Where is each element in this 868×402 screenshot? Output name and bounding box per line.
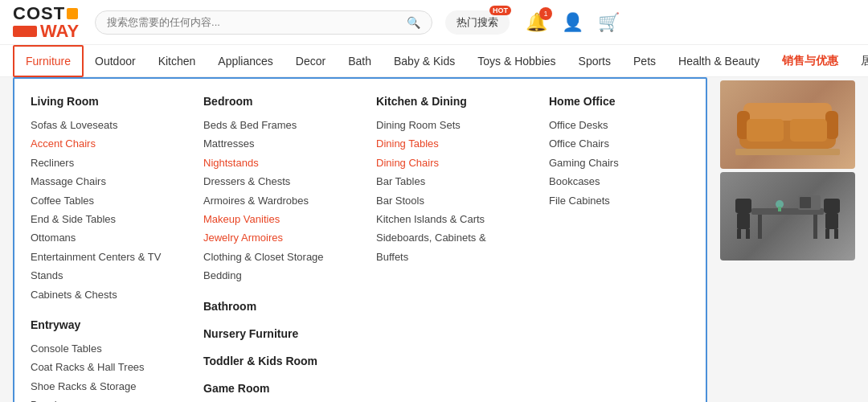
nav-item-health-beauty[interactable]: Health & Beauty [667, 45, 771, 77]
item-sideboards[interactable]: Sideboards, Cabinets & Buffets [376, 228, 517, 266]
item-bar-tables[interactable]: Bar Tables [376, 172, 517, 191]
item-dining-chairs[interactable]: Dining Chairs [376, 154, 517, 172]
svg-rect-19 [800, 197, 811, 208]
game-room-title: Game Room [203, 382, 344, 395]
item-bar-stools[interactable]: Bar Stools [376, 191, 517, 210]
nav-item-sale[interactable]: 销售与优惠 [771, 45, 850, 77]
svg-rect-10 [735, 199, 751, 213]
item-clothing-storage[interactable]: Clothing & Closet Storage [203, 248, 344, 266]
search-icon: 🔍 [407, 16, 420, 29]
hot-search-button[interactable]: 热门搜索 HOT [445, 10, 510, 35]
svg-rect-13 [746, 229, 750, 239]
svg-rect-17 [834, 229, 838, 239]
nav-item-bath[interactable]: Bath [337, 45, 383, 77]
item-shoe-racks[interactable]: Shoe Racks & Storage Benches [31, 377, 171, 402]
item-accent-chairs[interactable]: Accent Chairs [31, 134, 171, 153]
home-office-title: Home Office [549, 95, 690, 108]
svg-rect-11 [737, 213, 750, 229]
item-beds[interactable]: Beds & Bed Frames [203, 116, 344, 134]
dining-image [720, 172, 855, 260]
svg-rect-16 [825, 229, 829, 239]
nav-item-outdoor[interactable]: Outdoor [84, 45, 147, 77]
nav-item-decor[interactable]: Decor [285, 45, 337, 77]
item-office-desks[interactable]: Office Desks [549, 116, 690, 134]
nav-item-toys-hobbies[interactable]: Toys & Hobbies [466, 45, 567, 77]
col-living-room: Living Room Sofas & Loveseats Accent Cha… [31, 95, 171, 402]
cart-icon[interactable]: 🛒 [598, 12, 620, 33]
item-entertainment[interactable]: Entertainment Centers & TV Stands [31, 248, 171, 285]
svg-rect-6 [790, 119, 827, 142]
svg-rect-15 [825, 213, 838, 229]
nav-item-appliances[interactable]: Appliances [207, 45, 285, 77]
item-mattresses[interactable]: Mattresses [203, 134, 344, 153]
item-office-chairs[interactable]: Office Chairs [549, 134, 690, 153]
search-input[interactable] [107, 16, 407, 28]
svg-rect-9 [813, 215, 817, 239]
col-kitchen-dining: Kitchen & Dining Dining Room Sets Dining… [376, 95, 517, 402]
item-nightstands[interactable]: Nightstands [203, 154, 344, 172]
nav-item-kitchen[interactable]: Kitchen [147, 45, 207, 77]
item-dining-room-sets[interactable]: Dining Room Sets [376, 116, 517, 134]
dining-svg [727, 176, 848, 256]
section-entryway: Entryway Console Tables Coat Racks & Hal… [31, 318, 171, 402]
svg-rect-0 [735, 149, 840, 155]
col-home-office: Home Office Office Desks Office Chairs G… [549, 95, 690, 402]
header: COST WAY 🔍 热门搜索 HOT 🔔 1 👤 🛒 [0, 0, 868, 45]
item-coat-racks[interactable]: Coat Racks & Hall Trees [31, 358, 171, 376]
logo-cost: COST [13, 5, 65, 23]
sidebar-images [720, 77, 868, 402]
bedroom-title: Bedroom [203, 95, 344, 108]
svg-rect-4 [825, 111, 838, 139]
top-section: Living Room Sofas & Loveseats Accent Cha… [0, 77, 868, 402]
col-bedroom: Bedroom Beds & Bed Frames Mattresses Nig… [203, 95, 344, 402]
item-ottomans[interactable]: Ottomans [31, 228, 171, 247]
item-massage-chairs[interactable]: Massage Chairs [31, 172, 171, 191]
nav-bar: Furniture Outdoor Kitchen Appliances Dec… [0, 45, 868, 77]
item-bedding[interactable]: Bedding [203, 266, 344, 285]
section-living-room: Living Room Sofas & Loveseats Accent Cha… [31, 95, 171, 304]
toddler-title: Toddler & Kids Room [203, 355, 344, 367]
item-coffee-tables[interactable]: Coffee Tables [31, 191, 171, 210]
section-bathroom: Bathroom [203, 300, 344, 313]
nursery-title: Nursery Furniture [203, 327, 344, 340]
hot-badge: HOT [489, 6, 511, 15]
logo-way: WAY [40, 23, 79, 40]
item-recliners[interactable]: Recliners [31, 154, 171, 172]
living-room-title: Living Room [31, 95, 171, 108]
kitchen-dining-title: Kitchen & Dining [376, 95, 517, 108]
item-makeup-vanities[interactable]: Makeup Vanities [203, 210, 344, 228]
search-bar[interactable]: 🔍 [95, 10, 432, 35]
svg-rect-21 [778, 207, 781, 211]
item-gaming-chairs[interactable]: Gaming Chairs [549, 154, 690, 172]
notification-icon[interactable]: 🔔 1 [526, 12, 547, 33]
section-toddler: Toddler & Kids Room [203, 355, 344, 367]
item-cabinets-chests[interactable]: Cabinets & Chests [31, 285, 171, 304]
item-bookcases[interactable]: Bookcases [549, 172, 690, 191]
section-bedroom: Bedroom Beds & Bed Frames Mattresses Nig… [203, 95, 344, 285]
item-kitchen-islands[interactable]: Kitchen Islands & Carts [376, 210, 517, 228]
item-armoires[interactable]: Armoires & Wardrobes [203, 191, 344, 210]
item-sofas[interactable]: Sofas & Loveseats [31, 116, 171, 134]
item-end-side-tables[interactable]: End & Side Tables [31, 210, 171, 228]
nav-item-pets[interactable]: Pets [622, 45, 667, 77]
sofa-svg [727, 88, 848, 161]
section-kitchen-dining: Kitchen & Dining Dining Room Sets Dining… [376, 95, 517, 266]
logo[interactable]: COST WAY [13, 5, 79, 40]
nav-item-sports[interactable]: Sports [567, 45, 622, 77]
nav-item-baby-kids[interactable]: Baby & Kids [383, 45, 466, 77]
notification-badge: 1 [539, 7, 552, 20]
nav-item-furniture[interactable]: Furniture [13, 45, 84, 77]
item-jewelry-armoires[interactable]: Jewelry Armoires [203, 228, 344, 247]
user-icon[interactable]: 👤 [562, 12, 583, 33]
svg-rect-12 [737, 229, 741, 239]
section-home-office: Home Office Office Desks Office Chairs G… [549, 95, 690, 210]
nav-item-living[interactable]: 居住 [850, 45, 868, 77]
item-dressers[interactable]: Dressers & Chests [203, 172, 344, 191]
svg-rect-14 [824, 199, 840, 213]
item-dining-tables[interactable]: Dining Tables [376, 134, 517, 153]
section-nursery: Nursery Furniture [203, 327, 344, 340]
entryway-title: Entryway [31, 318, 171, 331]
header-icons: 🔔 1 👤 🛒 [526, 12, 620, 33]
item-console-tables[interactable]: Console Tables [31, 339, 171, 358]
item-file-cabinets[interactable]: File Cabinets [549, 191, 690, 210]
